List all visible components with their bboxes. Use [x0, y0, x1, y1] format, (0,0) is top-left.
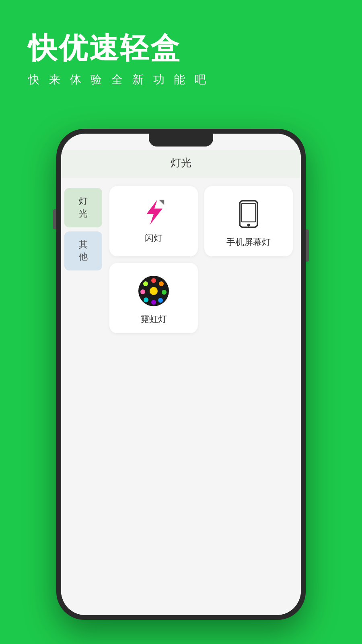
- svg-rect-2: [240, 201, 257, 227]
- side-button-left: [53, 209, 56, 229]
- phone-mockup: 灯光 灯光 其他: [56, 129, 306, 620]
- neon-card[interactable]: 霓虹灯: [109, 263, 198, 333]
- phone-screen-label: 手机屏幕灯: [226, 236, 271, 248]
- app-subtitle: 快 来 体 验 全 新 功 能 吧: [28, 72, 209, 87]
- screen-header: 灯光: [61, 150, 301, 178]
- sidebar: 灯光 其他: [61, 178, 105, 615]
- side-button-right: [306, 229, 309, 262]
- svg-point-12: [144, 297, 148, 302]
- svg-marker-1: [159, 200, 164, 205]
- svg-point-7: [151, 278, 156, 283]
- phone-notch: [149, 134, 213, 147]
- svg-point-11: [151, 300, 156, 305]
- screen-content: 灯光 灯光 其他: [61, 134, 301, 615]
- svg-marker-0: [147, 200, 162, 224]
- svg-point-10: [158, 298, 163, 303]
- svg-point-13: [140, 289, 145, 294]
- svg-point-9: [162, 290, 167, 295]
- sidebar-item-other[interactable]: 其他: [64, 231, 102, 271]
- screen-title: 灯光: [171, 157, 191, 169]
- header-section: 快优速轻盒 快 来 体 验 全 新 功 能 吧: [28, 32, 209, 87]
- phone-screen-card[interactable]: 手机屏幕灯: [204, 186, 293, 256]
- phone-screen-icon: [232, 198, 265, 230]
- flash-label: 闪灯: [145, 232, 162, 244]
- sidebar-item-light[interactable]: 灯光: [64, 188, 102, 227]
- app-title: 快优速轻盒: [28, 32, 209, 64]
- screen-body: 灯光 其他: [61, 178, 301, 615]
- svg-point-6: [150, 287, 158, 295]
- main-grid: 闪灯 手机屏幕灯: [105, 178, 301, 615]
- svg-rect-3: [242, 204, 256, 222]
- phone-outer: 灯光 灯光 其他: [56, 129, 306, 620]
- neon-label: 霓虹灯: [140, 313, 167, 325]
- svg-point-8: [159, 281, 164, 286]
- flash-card[interactable]: 闪灯: [109, 186, 198, 256]
- neon-icon: [138, 275, 170, 307]
- svg-point-14: [143, 281, 148, 286]
- svg-point-4: [247, 224, 250, 227]
- flash-icon: [140, 198, 168, 226]
- phone-screen: 灯光 灯光 其他: [61, 134, 301, 615]
